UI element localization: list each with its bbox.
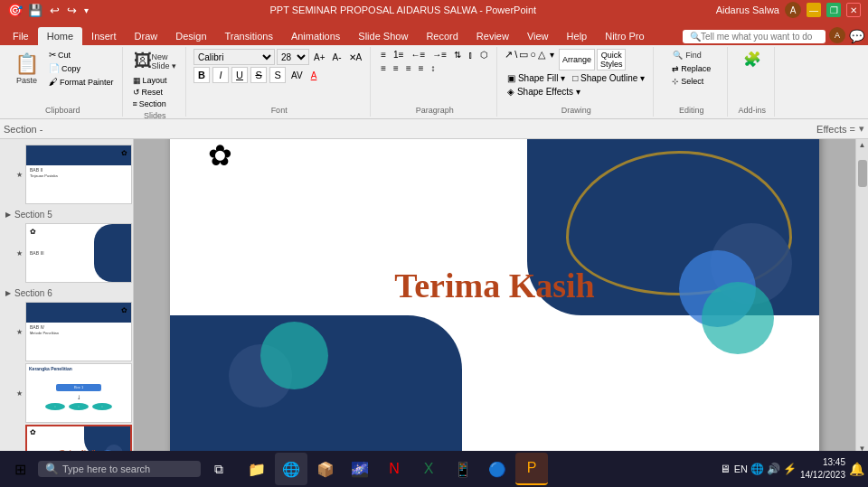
battery-icon[interactable]: ⚡ (783, 463, 797, 475)
align-left-button[interactable]: ≡ (378, 62, 389, 74)
taskbar-app-excel[interactable]: X (412, 453, 445, 485)
scroll-track[interactable] (856, 151, 868, 443)
text-direction-button[interactable]: ⇅ (451, 49, 464, 61)
decrease-indent-button[interactable]: ←≡ (408, 49, 428, 61)
tab-help[interactable]: Help (558, 27, 597, 45)
shape-outline-button[interactable]: □ Shape Outline ▾ (570, 72, 647, 84)
increase-indent-button[interactable]: →≡ (429, 49, 449, 61)
taskbar-app-explorer[interactable]: 📁 (241, 453, 273, 485)
paste-button[interactable]: 📋 Paste (9, 49, 44, 89)
reset-button[interactable]: ↺ Reset (130, 87, 170, 98)
taskbar-app-powerpoint[interactable]: P (515, 453, 548, 485)
line-spacing-button[interactable]: ↕ (429, 62, 439, 74)
close-button[interactable]: ✕ (846, 3, 861, 17)
section-button[interactable]: ≡ Section (130, 98, 170, 109)
quick-styles-button[interactable]: QuickStyles (597, 49, 627, 70)
tab-home[interactable]: Home (38, 27, 82, 45)
taskbar-app-chrome[interactable]: 🔵 (481, 453, 514, 485)
slide-item-9[interactable]: 9 ★ ✿ BAB III (4, 223, 129, 283)
italic-button[interactable]: I (212, 67, 229, 83)
show-desktop-button[interactable]: 🖥 (720, 463, 731, 475)
slide-thumb-8[interactable]: ✿ BAB IITinjauan Pustaka (25, 145, 132, 204)
layout-button[interactable]: ▦ Layout (130, 75, 170, 86)
justify-button[interactable]: ≡ (416, 62, 427, 74)
scroll-thumb[interactable] (858, 160, 867, 187)
tab-review[interactable]: Review (467, 27, 518, 45)
font-color-button[interactable]: A (308, 70, 320, 81)
columns-button[interactable]: ⫿ (466, 49, 476, 61)
slide-item-11[interactable]: 11 ★ Kerangka Penelitian Box 1 ↓ ○ ○ ○ (4, 363, 129, 423)
tab-record[interactable]: Record (417, 27, 467, 45)
increase-font-button[interactable]: A+ (311, 52, 328, 63)
slide-thumb-9[interactable]: ✿ BAB III (25, 223, 132, 283)
bullet-list-button[interactable]: ≡ (378, 49, 389, 61)
slide-item-10[interactable]: 10 ★ ✿ BAB IVMetode Penelitian (4, 302, 129, 361)
tab-draw[interactable]: Draw (126, 27, 167, 45)
slide-thumb-11[interactable]: Kerangka Penelitian Box 1 ↓ ○ ○ ○ (25, 363, 132, 423)
taskview-button[interactable]: ⧉ (203, 453, 235, 485)
tab-file[interactable]: File (4, 27, 38, 45)
strikethrough-button[interactable]: S (250, 67, 267, 83)
tab-design[interactable]: Design (166, 27, 215, 45)
copy-button[interactable]: 📄 Copy (46, 62, 117, 74)
qat-undo[interactable]: ↩ (48, 2, 61, 19)
qat-extra[interactable]: ▾ (82, 4, 90, 17)
shape-fill-button[interactable]: ▣ Shape Fill ▾ (505, 72, 568, 84)
start-button[interactable]: ⊞ (4, 453, 36, 485)
shape-effects-button[interactable]: ◈ Shape Effects ▾ (505, 86, 583, 98)
decrease-font-button[interactable]: A- (330, 52, 344, 63)
new-slide-button[interactable]: 🖼 NewSlide ▾ (130, 49, 181, 73)
taskbar-app-dropbox[interactable]: 📦 (309, 453, 342, 485)
qat-redo[interactable]: ↪ (65, 2, 79, 19)
underline-button[interactable]: U (231, 67, 248, 83)
taskbar-app-netflix[interactable]: N (378, 453, 410, 485)
tab-transitions[interactable]: Transitions (216, 27, 282, 45)
tab-insert[interactable]: Insert (82, 27, 126, 45)
find-button[interactable]: 🔍 Find (669, 49, 705, 61)
numbered-list-button[interactable]: 1≡ (391, 49, 406, 61)
tell-me-input[interactable] (701, 32, 818, 42)
char-spacing-button[interactable]: AV (288, 70, 306, 81)
taskbar-app-whatsapp[interactable]: 📱 (447, 453, 479, 485)
tab-slideshow[interactable]: Slide Show (349, 27, 417, 45)
min-button[interactable]: — (807, 3, 821, 17)
formula-expand-button[interactable]: ▾ (859, 123, 864, 135)
notification-button[interactable]: 🔔 (849, 462, 864, 476)
clock-display[interactable]: 13:45 14/12/2023 (800, 456, 845, 482)
shadow-button[interactable]: S (269, 67, 286, 83)
more-shapes-button[interactable]: ▾ (547, 49, 557, 70)
tab-nitropro[interactable]: Nitro Pro (596, 27, 653, 45)
max-button[interactable]: ❐ (826, 3, 841, 17)
comments-icon-ribbon[interactable]: 💬 (849, 29, 864, 43)
select-button[interactable]: ⊹ Select (669, 76, 706, 87)
lang-indicator[interactable]: EN (734, 464, 748, 474)
tab-animations[interactable]: Animations (282, 27, 349, 45)
slide-thumb-10[interactable]: ✿ BAB IVMetode Penelitian (25, 302, 132, 361)
format-painter-button[interactable]: 🖌 Format Painter (46, 76, 117, 88)
align-center-button[interactable]: ≡ (391, 62, 401, 74)
search-bar[interactable]: 🔍 Type here to search (38, 461, 201, 477)
scroll-up-button[interactable]: ▲ (857, 139, 868, 151)
smartart-button[interactable]: ⬡ (477, 49, 491, 61)
align-right-button[interactable]: ≡ (403, 62, 414, 74)
addins-button[interactable]: 🧩 (740, 49, 765, 70)
bold-button[interactable]: B (193, 67, 210, 83)
taskbar-search-placeholder[interactable]: Type here to search (62, 464, 150, 474)
vertical-scrollbar[interactable]: ▲ ▼ (855, 139, 868, 454)
tab-view[interactable]: View (518, 27, 558, 45)
cut-button[interactable]: ✂ Cut (46, 49, 117, 61)
section-5-label[interactable]: ▶ Section 5 (4, 206, 129, 221)
replace-button[interactable]: ⇄ Replace (669, 63, 713, 74)
taskbar-app-photos[interactable]: 🌌 (344, 453, 376, 485)
slide-main-title[interactable]: Terima Kasih (394, 266, 594, 305)
slide-item-8[interactable]: 8 ★ ✿ BAB IITinjauan Pustaka (4, 145, 129, 204)
clear-format-button[interactable]: ✕A (346, 52, 365, 63)
section-6-label[interactable]: ▶ Section 6 (4, 285, 129, 300)
volume-icon[interactable]: 🔊 (767, 463, 780, 475)
arrange-button[interactable]: Arrange (559, 49, 595, 70)
font-family-select[interactable]: Calibri (193, 49, 275, 65)
font-size-select[interactable]: 28 (277, 49, 309, 65)
taskbar-app-edge[interactable]: 🌐 (275, 453, 307, 485)
network-icon[interactable]: 🌐 (750, 463, 764, 475)
qat-save[interactable]: 💾 (26, 2, 44, 19)
